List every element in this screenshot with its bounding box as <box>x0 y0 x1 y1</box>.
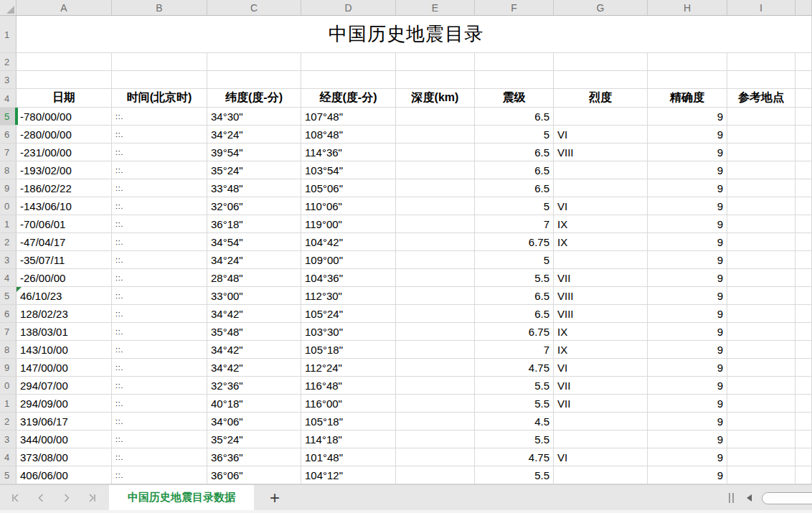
cell-A16[interactable]: 128/02/23 <box>16 305 112 322</box>
cell-B12[interactable]: ::. <box>112 233 207 250</box>
cell-B15[interactable]: ::. <box>112 287 207 304</box>
row-header-25[interactable]: 5 <box>0 466 16 484</box>
cell-C11[interactable]: 36°18" <box>207 215 301 232</box>
row-header-12[interactable]: 2 <box>0 233 16 250</box>
row-header-7[interactable]: 7 <box>0 143 16 161</box>
column-header-G[interactable]: G <box>554 0 648 15</box>
cell-B18[interactable]: ::. <box>112 341 207 358</box>
cell-H21[interactable]: 9 <box>648 395 727 412</box>
cell-E17[interactable] <box>396 323 475 340</box>
cell-B3[interactable] <box>112 71 207 88</box>
cell-H17[interactable]: 9 <box>648 323 727 340</box>
cell-F13[interactable]: 5 <box>475 251 554 268</box>
cell-clipped-6[interactable] <box>796 126 812 143</box>
cell-E15[interactable] <box>396 287 475 304</box>
cell-C12[interactable]: 34°54" <box>207 233 301 250</box>
cell-I19[interactable] <box>727 359 796 376</box>
cell-G24[interactable]: VI <box>554 448 648 466</box>
row-header-10[interactable]: 0 <box>0 197 16 215</box>
cell-I23[interactable] <box>727 430 796 448</box>
cell-H20[interactable]: 9 <box>648 377 727 394</box>
cell-I12[interactable] <box>727 233 796 250</box>
cell-E16[interactable] <box>396 305 475 322</box>
tab-splitter-handle[interactable] <box>729 493 734 503</box>
cell-E2[interactable] <box>396 53 475 70</box>
add-sheet-button[interactable]: + <box>264 489 285 507</box>
cell-G6[interactable]: VI <box>554 126 648 143</box>
row-header-14[interactable]: 4 <box>0 269 16 286</box>
cell-B8[interactable]: ::. <box>112 161 207 179</box>
cell-H16[interactable]: 9 <box>648 305 727 322</box>
cell-D21[interactable]: 116°00" <box>301 395 396 412</box>
cell-F15[interactable]: 6.5 <box>475 287 554 304</box>
cell-D14[interactable]: 104°36" <box>301 269 396 286</box>
cell-clipped-9[interactable] <box>796 179 812 197</box>
cell-A8[interactable]: -193/02/00 <box>16 161 112 179</box>
cell-I21[interactable] <box>727 395 796 412</box>
cell-D12[interactable]: 104°42" <box>301 233 396 250</box>
cell-B16[interactable]: ::. <box>112 305 207 322</box>
cell-E12[interactable] <box>396 233 475 250</box>
cell-I16[interactable] <box>727 305 796 322</box>
cell-D13[interactable]: 109°00" <box>301 251 396 268</box>
column-header-B[interactable]: B <box>112 0 207 15</box>
cell-A4[interactable]: 日期 <box>16 89 112 107</box>
cell-G15[interactable]: VIII <box>554 287 648 304</box>
cell-E7[interactable] <box>396 143 475 161</box>
row-header-2[interactable]: 2 <box>0 53 16 70</box>
cell-H13[interactable]: 9 <box>648 251 727 268</box>
cell-A3[interactable] <box>16 71 112 88</box>
cell-I4[interactable]: 参考地点 <box>727 89 796 107</box>
row-header-17[interactable]: 7 <box>0 323 16 340</box>
cell-clipped-3[interactable] <box>796 71 812 88</box>
cell-F11[interactable]: 7 <box>475 215 554 232</box>
cell-B20[interactable]: ::. <box>112 377 207 394</box>
cell-H12[interactable]: 9 <box>648 233 727 250</box>
cell-G4[interactable]: 烈度 <box>554 89 648 107</box>
column-header-I[interactable]: I <box>727 0 796 15</box>
cell-clipped-22[interactable] <box>796 413 812 430</box>
cell-E21[interactable] <box>396 395 475 412</box>
cell-I5[interactable] <box>727 108 796 125</box>
cell-clipped-10[interactable] <box>796 197 812 215</box>
cell-E4[interactable]: 深度(km) <box>396 89 475 107</box>
cell-C2[interactable] <box>207 53 301 70</box>
column-header-A[interactable]: A <box>16 0 112 15</box>
cell-F4[interactable]: 震级 <box>475 89 554 107</box>
cell-E9[interactable] <box>396 179 475 197</box>
row-header-9[interactable]: 9 <box>0 179 16 197</box>
cell-clipped-18[interactable] <box>796 341 812 358</box>
cell-F14[interactable]: 5.5 <box>475 269 554 286</box>
cell-A9[interactable]: -186/02/22 <box>16 179 112 197</box>
cell-G8[interactable] <box>554 161 648 179</box>
cell-C25[interactable]: 36°06" <box>207 466 301 484</box>
cell-A12[interactable]: -47/04/17 <box>16 233 112 250</box>
cell-D18[interactable]: 105°18" <box>301 341 396 358</box>
cell-C8[interactable]: 35°24" <box>207 161 301 179</box>
cell-clipped-17[interactable] <box>796 323 812 340</box>
cell-clipped-11[interactable] <box>796 215 812 232</box>
cell-clipped-21[interactable] <box>796 395 812 412</box>
cell-B6[interactable]: ::. <box>112 126 207 143</box>
cell-G21[interactable]: VII <box>554 395 648 412</box>
cell-G10[interactable]: VI <box>554 197 648 215</box>
cell-H5[interactable]: 9 <box>648 108 727 125</box>
cell-D3[interactable] <box>301 71 396 88</box>
cell-E23[interactable] <box>396 430 475 448</box>
cell-B9[interactable]: ::. <box>112 179 207 197</box>
select-all-button[interactable] <box>0 0 16 15</box>
row-header-13[interactable]: 3 <box>0 251 16 268</box>
row-header-3[interactable]: 3 <box>0 71 16 88</box>
cell-I3[interactable] <box>727 71 796 88</box>
cell-A20[interactable]: 294/07/00 <box>16 377 112 394</box>
cell-A22[interactable]: 319/06/17 <box>16 413 112 430</box>
cell-C15[interactable]: 33°00" <box>207 287 301 304</box>
cell-B17[interactable]: ::. <box>112 323 207 340</box>
cell-B10[interactable]: ::. <box>112 197 207 215</box>
row-header-1[interactable]: 1 <box>0 16 16 52</box>
cell-I15[interactable] <box>727 287 796 304</box>
cell-clipped-16[interactable] <box>796 305 812 322</box>
row-header-15[interactable]: 5 <box>0 287 16 304</box>
cell-A10[interactable]: -143/06/10 <box>16 197 112 215</box>
row-header-11[interactable]: 1 <box>0 215 16 232</box>
